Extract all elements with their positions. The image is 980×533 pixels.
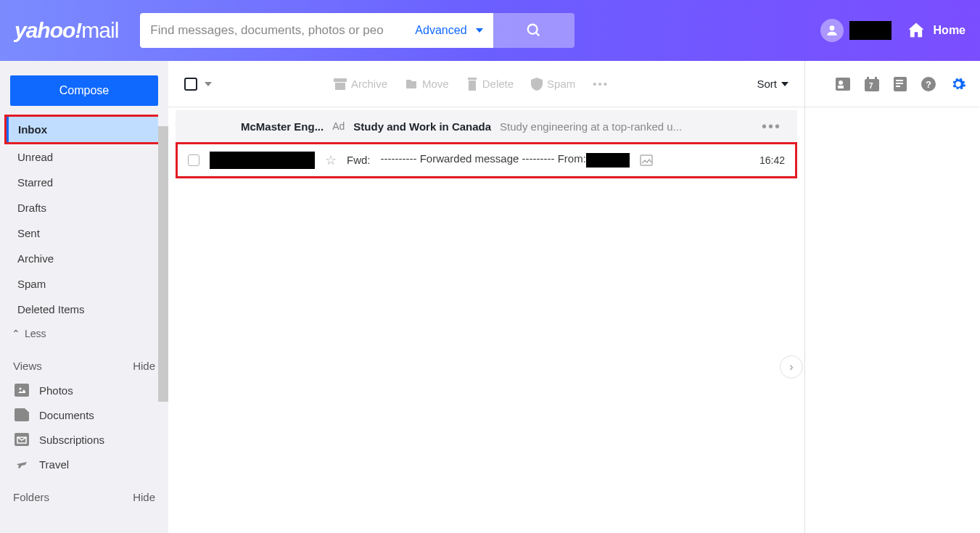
- help-icon[interactable]: ?: [921, 77, 936, 91]
- svg-rect-7: [468, 78, 477, 80]
- subscriptions-icon: [15, 433, 29, 446]
- svg-point-3: [20, 388, 22, 390]
- svg-rect-15: [875, 77, 877, 80]
- home-link[interactable]: Home: [906, 20, 965, 41]
- yahoo-mail-logo[interactable]: yahoo!mail: [15, 18, 118, 43]
- folder-sent[interactable]: Sent: [6, 220, 162, 246]
- view-travel[interactable]: Travel: [0, 452, 168, 476]
- message-preview: ---------- Forwarded message --------- F…: [381, 152, 630, 167]
- sidebar-scrollbar[interactable]: [158, 68, 168, 496]
- view-subscriptions[interactable]: Subscriptions: [0, 427, 168, 452]
- folder-archive[interactable]: Archive: [6, 246, 162, 271]
- contacts-icon[interactable]: [836, 78, 850, 91]
- header: yahoo!mail Advanced Home: [0, 0, 980, 61]
- search-icon: [526, 22, 542, 38]
- calendar-icon[interactable]: 7: [865, 77, 879, 91]
- ad-sender: McMaster Eng...: [241, 120, 324, 133]
- attachment-icon: [640, 154, 653, 166]
- message-highlight-box: ☆ Fwd: ---------- Forwarded message ----…: [176, 142, 797, 178]
- view-photos[interactable]: Photos: [0, 378, 168, 402]
- svg-line-1: [535, 33, 539, 36]
- inbox-highlight-box: Inbox: [4, 115, 164, 144]
- right-pane: 7 ?: [805, 61, 979, 533]
- advanced-search-button[interactable]: Advanced: [405, 13, 493, 48]
- folders-header: Folders: [13, 491, 49, 503]
- ad-title: Study and Work in Canada: [353, 120, 491, 133]
- photos-icon: [15, 384, 29, 397]
- profile-name-redacted: [849, 21, 892, 40]
- chevron-up-icon: ⌃: [12, 328, 20, 339]
- views-header: Views: [13, 360, 42, 372]
- message-checkbox[interactable]: [188, 154, 199, 166]
- move-icon: [405, 78, 418, 90]
- view-documents[interactable]: Documents: [0, 402, 168, 427]
- archive-icon: [334, 78, 347, 90]
- message-sender-redacted: [210, 152, 315, 169]
- folder-starred[interactable]: Starred: [6, 170, 162, 195]
- star-icon[interactable]: ☆: [325, 152, 337, 168]
- svg-point-0: [527, 25, 537, 34]
- svg-rect-12: [838, 86, 844, 88]
- svg-rect-10: [836, 78, 850, 91]
- select-all-checkbox[interactable]: [184, 78, 197, 91]
- svg-rect-17: [896, 80, 903, 81]
- message-subject: Fwd:: [347, 154, 371, 166]
- message-list-pane: Archive Move Delete Spam ••• Sort: [168, 61, 805, 533]
- search-input[interactable]: [140, 13, 405, 48]
- svg-point-11: [839, 80, 843, 85]
- folder-deleted[interactable]: Deleted Items: [6, 297, 162, 322]
- delete-icon: [466, 78, 478, 91]
- folder-drafts[interactable]: Drafts: [6, 195, 162, 220]
- folder-spam[interactable]: Spam: [6, 271, 162, 297]
- next-page-button[interactable]: ›: [780, 355, 803, 379]
- svg-rect-14: [867, 77, 869, 80]
- toolbar: Archive Move Delete Spam ••• Sort: [168, 61, 804, 107]
- documents-icon: [15, 408, 29, 421]
- svg-rect-18: [896, 83, 903, 84]
- svg-rect-6: [335, 83, 345, 90]
- sidebar: Compose Inbox Unread Starred Drafts Sent…: [0, 61, 168, 533]
- message-from-redacted: [586, 153, 630, 168]
- svg-rect-19: [896, 86, 900, 87]
- chevron-down-icon: [781, 82, 788, 86]
- svg-rect-8: [469, 80, 476, 91]
- delete-button[interactable]: Delete: [466, 78, 514, 91]
- folder-inbox[interactable]: Inbox: [7, 117, 162, 142]
- notepad-icon[interactable]: [894, 77, 907, 91]
- chevron-down-icon: [476, 28, 483, 33]
- avatar: [820, 19, 844, 42]
- message-time: 16:42: [759, 154, 785, 166]
- svg-text:?: ?: [926, 79, 931, 90]
- collapse-folders[interactable]: ⌃ Less: [0, 322, 168, 345]
- profile-menu[interactable]: [820, 19, 892, 42]
- ad-options[interactable]: •••: [762, 118, 781, 135]
- move-button[interactable]: Move: [405, 78, 449, 90]
- spam-button[interactable]: Spam: [531, 78, 575, 91]
- message-row[interactable]: ☆ Fwd: ---------- Forwarded message ----…: [178, 144, 795, 176]
- ad-description: Study engineering at a top-ranked u...: [500, 120, 682, 133]
- folder-unread[interactable]: Unread: [6, 144, 162, 170]
- views-hide[interactable]: Hide: [133, 360, 155, 372]
- spam-icon: [531, 78, 543, 91]
- search-button[interactable]: [493, 13, 575, 48]
- svg-rect-5: [334, 78, 347, 82]
- home-icon: [906, 20, 926, 41]
- travel-icon: [15, 458, 29, 471]
- ad-tag: Ad: [332, 120, 345, 132]
- more-button[interactable]: •••: [593, 78, 609, 90]
- folders-hide[interactable]: Hide: [133, 491, 155, 503]
- search-bar: Advanced: [140, 13, 574, 48]
- svg-point-2: [829, 25, 834, 30]
- compose-button[interactable]: Compose: [10, 75, 158, 106]
- select-dropdown[interactable]: [205, 82, 212, 86]
- sort-button[interactable]: Sort: [757, 78, 788, 90]
- ad-row[interactable]: McMaster Eng... Ad Study and Work in Can…: [176, 110, 797, 142]
- settings-icon[interactable]: [950, 76, 966, 92]
- archive-button[interactable]: Archive: [334, 78, 387, 90]
